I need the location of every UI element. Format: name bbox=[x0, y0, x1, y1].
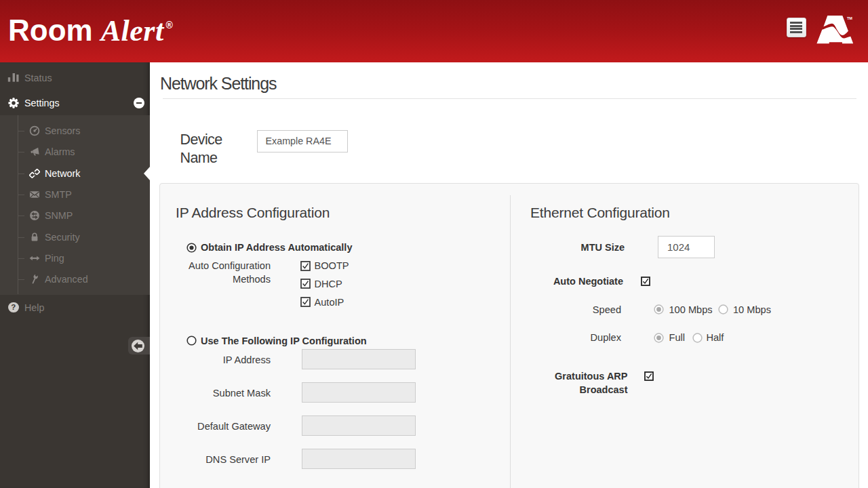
svg-text:TM: TM bbox=[847, 16, 852, 20]
